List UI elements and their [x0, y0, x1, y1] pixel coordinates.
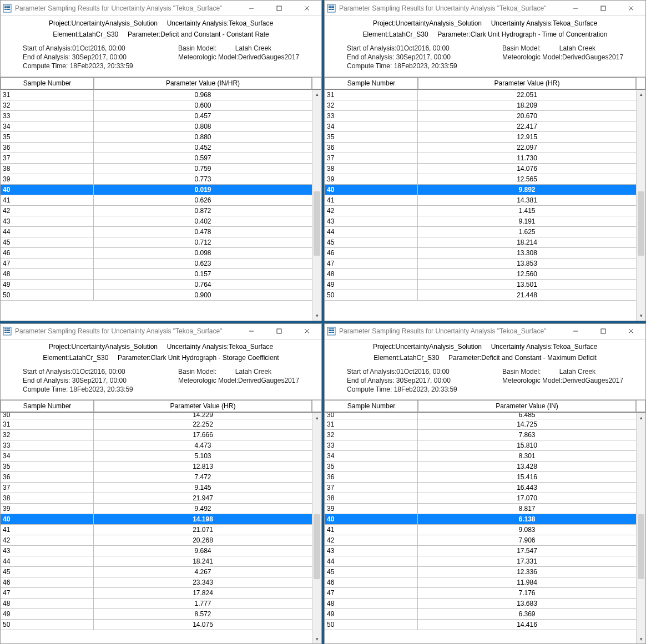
table-row[interactable]: 406.138 [325, 514, 636, 525]
table-row[interactable]: 3821.947 [1, 493, 312, 504]
table-row[interactable]: 3122.252 [1, 419, 312, 430]
table-row[interactable]: 3711.730 [325, 153, 636, 164]
table-row[interactable]: 441.625 [325, 227, 636, 237]
table-row[interactable]: 4014.198 [1, 514, 312, 525]
table-row[interactable]: 5014.416 [325, 620, 636, 630]
column-parameter-value[interactable]: Parameter Value (IN) [418, 400, 636, 413]
table-row[interactable]: 496.369 [325, 609, 636, 620]
table-row[interactable]: 427.906 [325, 535, 636, 546]
table-row[interactable]: 480.157 [1, 269, 312, 280]
table-row[interactable]: 4813.683 [325, 599, 636, 609]
table-row[interactable]: 310.968 [1, 90, 312, 100]
table-row[interactable]: 3114.725 [325, 419, 636, 430]
titlebar[interactable]: Parameter Sampling Results for Uncertain… [1, 1, 321, 16]
table-row[interactable]: 4518.214 [325, 237, 636, 248]
table-row[interactable]: 399.492 [1, 504, 312, 514]
table-row[interactable]: 4317.547 [325, 546, 636, 556]
table-row[interactable]: 5014.075 [1, 620, 312, 630]
column-sample-number[interactable]: Sample Number [325, 77, 418, 90]
table-row[interactable]: 3912.565 [325, 174, 636, 185]
table-row[interactable]: 490.764 [1, 280, 312, 290]
table-row[interactable]: 4418.241 [1, 556, 312, 567]
table-row[interactable]: 340.808 [1, 121, 312, 132]
scroll-up-icon[interactable]: ▴ [637, 413, 645, 422]
maximize-button[interactable] [591, 323, 615, 339]
minimize-button[interactable] [239, 1, 264, 16]
table-row[interactable]: 306.485 [325, 413, 636, 419]
table-row[interactable]: 4220.268 [1, 535, 312, 546]
table-row[interactable]: 450.712 [1, 237, 312, 248]
table-row[interactable]: 4417.331 [325, 556, 636, 567]
table-row[interactable]: 498.572 [1, 609, 312, 620]
table-row[interactable]: 3218.209 [325, 100, 636, 111]
table-row[interactable]: 4114.381 [325, 195, 636, 206]
close-button[interactable] [295, 323, 319, 339]
table-row[interactable]: 3320.670 [325, 111, 636, 121]
column-parameter-value[interactable]: Parameter Value (IN/HR) [94, 77, 312, 90]
table-row[interactable]: 5021.448 [325, 290, 636, 301]
vertical-scrollbar[interactable]: ▴▾ [636, 413, 645, 643]
table-row[interactable]: 439.191 [325, 216, 636, 227]
scroll-down-icon[interactable]: ▾ [637, 634, 645, 643]
table-row[interactable]: 327.863 [325, 430, 636, 440]
table-row[interactable]: 320.600 [1, 100, 312, 111]
table-row[interactable]: 3817.070 [325, 493, 636, 504]
close-button[interactable] [295, 1, 319, 16]
table-row[interactable]: 367.472 [1, 472, 312, 483]
table-row[interactable]: 390.773 [1, 174, 312, 185]
table-row[interactable]: 4512.336 [325, 567, 636, 577]
minimize-button[interactable] [563, 323, 588, 339]
table-row[interactable]: 379.145 [1, 483, 312, 493]
table-row[interactable]: 4812.560 [325, 269, 636, 280]
table-row[interactable]: 481.777 [1, 599, 312, 609]
table-row[interactable]: 4121.071 [1, 525, 312, 535]
scroll-up-icon[interactable]: ▴ [312, 413, 321, 422]
maximize-button[interactable] [267, 323, 291, 339]
table-row[interactable]: 4713.853 [325, 258, 636, 269]
scroll-thumb[interactable] [638, 514, 644, 579]
table-row[interactable]: 370.597 [1, 153, 312, 164]
table-row[interactable]: 334.473 [1, 440, 312, 451]
table-row[interactable]: 3217.666 [1, 430, 312, 440]
scroll-thumb[interactable] [638, 191, 644, 256]
column-sample-number[interactable]: Sample Number [1, 400, 94, 413]
table-row[interactable]: 421.415 [325, 206, 636, 216]
table-row[interactable]: 348.301 [325, 451, 636, 462]
scroll-thumb[interactable] [314, 514, 320, 579]
scroll-down-icon[interactable]: ▾ [312, 311, 321, 321]
scroll-up-icon[interactable]: ▴ [637, 90, 645, 99]
minimize-button[interactable] [563, 1, 588, 16]
column-sample-number[interactable]: Sample Number [1, 77, 94, 90]
table-row[interactable]: 410.626 [1, 195, 312, 206]
table-row[interactable]: 3122.051 [325, 90, 636, 100]
titlebar[interactable]: Parameter Sampling Results for Uncertain… [325, 324, 645, 339]
column-sample-number[interactable]: Sample Number [325, 400, 418, 413]
close-button[interactable] [619, 323, 643, 339]
table-row[interactable]: 3513.428 [325, 462, 636, 472]
table-row[interactable]: 3615.416 [325, 472, 636, 483]
table-row[interactable]: 3315.810 [325, 440, 636, 451]
scroll-thumb[interactable] [314, 191, 320, 256]
vertical-scrollbar[interactable]: ▴▾ [312, 90, 321, 321]
table-body[interactable]: 3014.2293122.2523217.666334.473345.10335… [1, 413, 312, 643]
table-row[interactable]: 4623.343 [1, 577, 312, 588]
table-row[interactable]: 3622.097 [325, 143, 636, 153]
table-row[interactable]: 470.623 [1, 258, 312, 269]
table-row[interactable]: 430.402 [1, 216, 312, 227]
table-row[interactable]: 4717.824 [1, 588, 312, 599]
table-row[interactable]: 420.872 [1, 206, 312, 216]
table-row[interactable]: 360.452 [1, 143, 312, 153]
table-row[interactable]: 350.880 [1, 132, 312, 143]
table-row[interactable]: 3014.229 [1, 413, 312, 419]
table-row[interactable]: 3422.417 [325, 121, 636, 132]
table-body[interactable]: 310.968320.600330.457340.808350.880360.4… [1, 90, 312, 321]
minimize-button[interactable] [239, 323, 264, 339]
table-row[interactable]: 500.900 [1, 290, 312, 301]
table-row[interactable]: 3512.915 [325, 132, 636, 143]
table-row[interactable]: 380.759 [1, 164, 312, 174]
table-row[interactable]: 3716.443 [325, 483, 636, 493]
table-row[interactable]: 4613.308 [325, 248, 636, 258]
table-body[interactable]: 306.4853114.725327.8633315.810348.301351… [325, 413, 636, 643]
column-parameter-value[interactable]: Parameter Value (HR) [418, 77, 636, 90]
table-row[interactable]: 460.098 [1, 248, 312, 258]
